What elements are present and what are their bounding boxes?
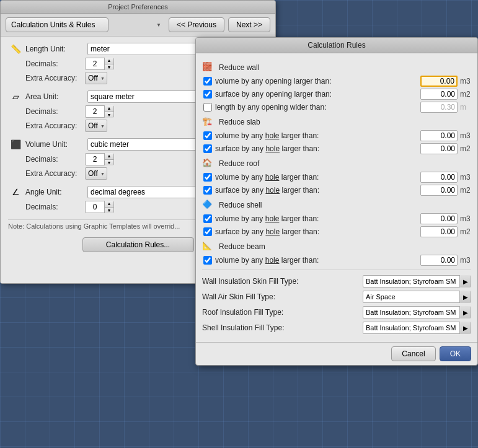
fill-types-section: Wall Insulation Skin Fill Type: Batt Ins…: [202, 275, 471, 334]
area-accuracy-select[interactable]: Off: [85, 120, 107, 132]
length-decimals-stepper[interactable]: ▲ ▼: [85, 58, 114, 70]
volume-decimals-up[interactable]: ▲: [105, 153, 113, 160]
shell-surface-text: surface by any hole larger than:: [215, 227, 418, 236]
slab-volume-checkbox[interactable]: [203, 131, 212, 140]
angle-decimals-stepper[interactable]: ▲ ▼: [85, 201, 114, 213]
volume-decimals-down[interactable]: ▼: [105, 160, 113, 166]
wall-length-row: length by any opening wider than: m: [202, 102, 471, 113]
reduce-wall-icon: 🧱: [202, 62, 216, 73]
shell-volume-unit: m3: [460, 214, 471, 223]
angle-decimals-value[interactable]: [86, 203, 104, 211]
reduce-roof-icon: 🏠: [202, 158, 216, 169]
calc-units-dropdown-wrapper: Calculation Units & Rules: [6, 17, 165, 32]
wall-volume-checkbox[interactable]: [203, 77, 212, 86]
length-decimals-up[interactable]: ▲: [105, 58, 113, 64]
next-button[interactable]: Next >>: [228, 17, 270, 32]
reduce-slab-icon: 🏗️: [202, 116, 216, 128]
roof-volume-text: volume by any hole larger than:: [215, 173, 418, 182]
wall-surface-text: surface by any opening larger than:: [215, 90, 418, 99]
volume-accuracy-select[interactable]: Off: [85, 167, 107, 180]
shell-surface-input[interactable]: [420, 226, 458, 237]
reduce-wall-label: Reduce wall: [219, 63, 259, 72]
calc-rules-ok-button[interactable]: OK: [440, 346, 471, 361]
area-decimals-up[interactable]: ▲: [105, 105, 113, 112]
volume-unit-input[interactable]: [87, 138, 199, 151]
shell-volume-checkbox[interactable]: [203, 214, 212, 223]
wall-insulation-value-wrapper: Batt Insulation; Styrofoam SM ▶: [363, 275, 471, 288]
beam-volume-row: volume by any hole larger than: m3: [202, 255, 471, 266]
area-decimals-value[interactable]: [86, 107, 104, 116]
shell-insulation-row: Shell Insulation Fill Type: Batt Insulat…: [202, 322, 471, 334]
wall-air-label: Wall Air Skin Fill Type:: [202, 292, 363, 301]
angle-decimals-label: Decimals:: [25, 203, 85, 211]
shell-volume-input[interactable]: [420, 213, 458, 224]
wall-volume-unit: m3: [460, 77, 471, 86]
wall-volume-row: volume by any opening larger than: m3: [202, 76, 471, 87]
wall-surface-input[interactable]: [420, 89, 458, 100]
calc-rules-cancel-button[interactable]: Cancel: [391, 346, 435, 361]
roof-volume-checkbox[interactable]: [203, 173, 212, 182]
calc-rules-button[interactable]: Calculation Rules...: [82, 237, 194, 252]
roof-surface-row: surface by any hole larger than: m2: [202, 185, 471, 196]
slab-volume-row: volume by any hole larger than: m3: [202, 130, 471, 141]
wall-length-input[interactable]: [420, 102, 458, 113]
length-decimals-stepper-btns: ▲ ▼: [104, 58, 113, 70]
volume-decimals-value[interactable]: [86, 155, 104, 164]
beam-volume-unit: m3: [460, 256, 471, 265]
roof-volume-input[interactable]: [420, 172, 458, 183]
wall-air-value: Air Space: [363, 293, 459, 301]
calc-rules-content: 🧱 Reduce wall volume by any opening larg…: [196, 53, 477, 342]
beam-volume-checkbox[interactable]: [203, 256, 212, 265]
angle-decimals-down[interactable]: ▼: [105, 208, 113, 214]
previous-button[interactable]: << Previous: [169, 17, 224, 32]
wall-surface-checkbox[interactable]: [203, 90, 212, 99]
roof-insulation-value: Batt Insulation; Styrofoam SM: [363, 309, 459, 316]
roof-surface-unit: m2: [460, 186, 471, 195]
shell-insulation-value: Batt Insulation; Styrofoam SM: [363, 324, 459, 332]
wall-length-checkbox[interactable]: [203, 103, 212, 112]
roof-surface-input[interactable]: [420, 185, 458, 196]
area-decimals-stepper[interactable]: ▲ ▼: [85, 105, 114, 118]
reduce-beam-label: Reduce beam: [219, 242, 265, 251]
shell-insulation-value-wrapper: Batt Insulation; Styrofoam SM ▶: [363, 322, 471, 334]
reduce-shell-label: Reduce shell: [219, 201, 262, 209]
wall-insulation-row: Wall Insulation Skin Fill Type: Batt Ins…: [202, 275, 471, 288]
angle-unit-input[interactable]: [87, 186, 199, 198]
wall-air-browse-btn[interactable]: ▶: [459, 291, 471, 303]
volume-accuracy-wrapper: Off: [85, 167, 107, 180]
area-decimals-down[interactable]: ▼: [105, 112, 113, 118]
volume-decimals-stepper[interactable]: ▲ ▼: [85, 153, 114, 165]
shell-insulation-label: Shell Insulation Fill Type:: [202, 323, 363, 332]
roof-insulation-row: Roof Insulation Fill Type: Batt Insulati…: [202, 306, 471, 318]
wall-insulation-browse-btn[interactable]: ▶: [459, 275, 471, 288]
length-decimals-down[interactable]: ▼: [105, 64, 113, 71]
volume-decimals-stepper-btns: ▲ ▼: [104, 153, 113, 165]
shell-insulation-browse-btn[interactable]: ▶: [459, 322, 471, 334]
wall-air-value-wrapper: Air Space ▶: [363, 291, 471, 303]
wall-air-row: Wall Air Skin Fill Type: Air Space ▶: [202, 291, 471, 303]
volume-icon: ⬛: [8, 138, 23, 151]
shell-surface-checkbox[interactable]: [203, 227, 212, 236]
reduce-slab-header: 🏗️ Reduce slab: [202, 116, 471, 128]
calc-units-dropdown[interactable]: Calculation Units & Rules: [6, 17, 108, 32]
slab-surface-input[interactable]: [420, 143, 458, 154]
angle-decimals-up[interactable]: ▲: [105, 201, 113, 208]
beam-volume-input[interactable]: [420, 255, 458, 266]
wall-volume-text: volume by any opening larger than:: [215, 77, 418, 86]
area-unit-input[interactable]: [87, 90, 199, 103]
wall-surface-row: surface by any opening larger than: m2: [202, 89, 471, 100]
length-accuracy-label: Extra Accuracy:: [25, 74, 85, 82]
wall-volume-input[interactable]: [420, 76, 458, 87]
roof-surface-checkbox[interactable]: [203, 186, 212, 195]
length-accuracy-select[interactable]: Off: [85, 72, 107, 84]
beam-volume-text: volume by any hole larger than:: [215, 256, 418, 265]
roof-insulation-browse-btn[interactable]: ▶: [459, 306, 471, 318]
slab-volume-input[interactable]: [420, 130, 458, 141]
slab-surface-checkbox[interactable]: [203, 144, 212, 153]
slab-surface-unit: m2: [460, 144, 471, 153]
area-icon: ▱: [8, 90, 23, 103]
length-unit-input[interactable]: [87, 43, 199, 55]
calc-rules-titlebar: Calculation Rules: [196, 38, 477, 53]
length-decimals-value[interactable]: [86, 59, 104, 68]
slab-surface-text: surface by any hole larger than:: [215, 144, 418, 153]
